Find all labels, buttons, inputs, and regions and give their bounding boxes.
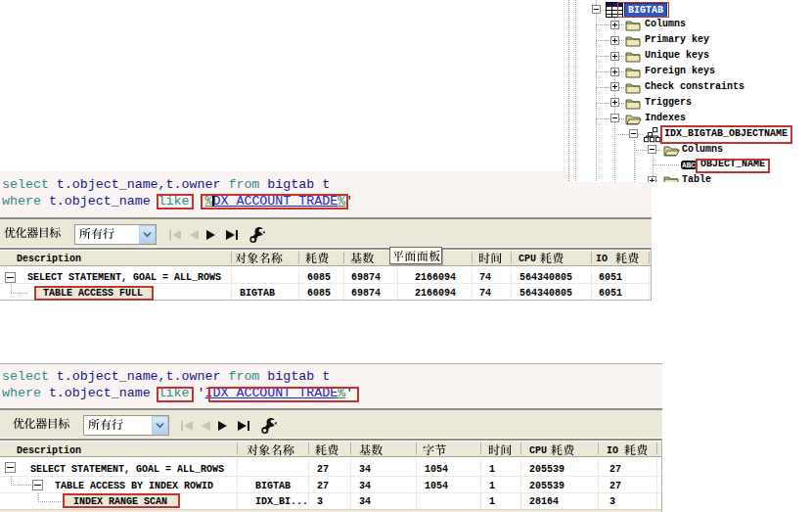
svg-text:ABC: ABC xyxy=(682,162,696,168)
